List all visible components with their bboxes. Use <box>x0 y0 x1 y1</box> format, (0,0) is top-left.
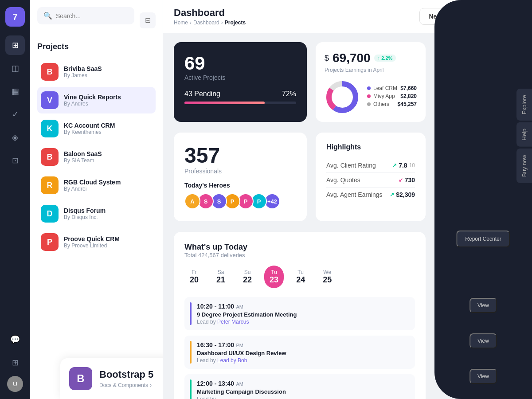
progress-info: 43 Pending 72% <box>184 90 296 98</box>
progress-bar <box>184 102 296 104</box>
donut-row: Leaf CRM $7,660 Mivy App $2,820 Others $… <box>325 79 417 115</box>
event-bar-0 <box>190 302 192 325</box>
project-info-briviba: Briviba SaaS By James <box>64 65 102 78</box>
search-icon: 🔍 <box>43 12 52 20</box>
sidebar-item-tasks[interactable]: ✓ <box>5 105 25 124</box>
active-projects-label: Active Projects <box>184 74 296 81</box>
row-3: What's up Today Total 424,567 deliveries… <box>174 232 426 399</box>
help-tab[interactable]: Help <box>516 122 532 147</box>
schedule-section: What's up Today Total 424,567 deliveries… <box>174 232 426 399</box>
highlight-row-rating: Avg. Client Rating ↗ 7.8 10 <box>326 158 415 173</box>
sidebar-item-charts[interactable]: ▦ <box>5 82 25 101</box>
project-item-baloon[interactable]: B Baloon SaaS By SIA Team <box>37 144 156 170</box>
earnings-amount: 69,700 <box>332 51 371 65</box>
earnings-legend: Leaf CRM $7,660 Mivy App $2,820 Others $… <box>367 85 417 109</box>
project-item-vine[interactable]: V Vine Quick Reports By Andres <box>37 87 156 113</box>
event-lead-link-0[interactable]: Peter Marcus <box>217 319 249 325</box>
earnings-card: $ 69,700 ↑ 2.2% Projects Earnings in Apr… <box>316 42 426 122</box>
professionals-label: Professionals <box>184 168 296 175</box>
report-center-button[interactable]: Report Cecnter <box>456 231 510 247</box>
heroes-label: Today's Heroes <box>184 182 296 189</box>
view-button-1[interactable]: View <box>469 298 497 313</box>
project-item-kc[interactable]: K KC Account CRM By Keenthemes <box>37 115 156 142</box>
active-projects-count: 69 <box>184 53 296 74</box>
legend-dot-others <box>367 102 371 106</box>
sidebar-item-briefcase[interactable]: ⊡ <box>5 151 25 170</box>
page-title: Dashboard <box>174 7 246 19</box>
project-item-proove[interactable]: P Proove Quick CRM By Proove Limited <box>37 229 156 255</box>
project-info-baloon: Baloon SaaS By SIA Team <box>64 150 102 164</box>
calendar-day-22[interactable]: Su 22 <box>238 266 257 288</box>
legend-dot-leaf <box>367 86 371 90</box>
professionals-card: 357 Professionals Today's Heroes ASSPPP+… <box>174 133 307 221</box>
legend-item-others: Others $45,257 <box>367 101 417 107</box>
event-item-0: 10:20 - 11:00 AM 9 Degree Project Estima… <box>184 297 415 330</box>
calendar-day-25[interactable]: We 25 <box>317 266 337 288</box>
explore-tab[interactable]: Explore <box>516 89 532 121</box>
calendar-day-20[interactable]: Fr 20 <box>184 266 204 288</box>
event-content-1: 16:30 - 17:00 PM Dashboard UI/UX Design … <box>197 341 286 364</box>
earnings-header: $ 69,700 ↑ 2.2% <box>325 51 417 65</box>
sidebar-item-stack[interactable]: ◈ <box>5 128 25 147</box>
view-button-3[interactable]: View <box>469 369 497 384</box>
breadcrumb: Home › Dashboard › Projects <box>174 20 246 26</box>
search-bar[interactable]: 🔍 <box>37 7 134 24</box>
bootstrap-card: B Bootstrap 5 Docs & Components › <box>60 358 163 399</box>
event-lead-link-1[interactable]: Lead by Bob <box>217 357 247 364</box>
sidebar-item-grid2[interactable]: ⊞ <box>5 353 25 372</box>
filter-button[interactable]: ⊟ <box>140 12 156 28</box>
hero-avatar-0: A <box>184 193 200 209</box>
header-left: Dashboard Home › Dashboard › Projects <box>174 7 246 26</box>
project-logo-proove: P <box>41 233 59 251</box>
bootstrap-docs-link[interactable]: Docs & Components › <box>99 382 153 388</box>
project-item-rgb[interactable]: R RGB Cloud System By Andrei <box>37 172 156 199</box>
buy-now-tab[interactable]: Buy now <box>516 149 532 183</box>
calendar-day-21[interactable]: Sa 21 <box>211 266 231 288</box>
project-info-rgb: RGB Cloud System By Andrei <box>64 179 121 192</box>
event-item-2: 12:00 - 13:40 AM Marketing Campaign Disc… <box>184 374 415 399</box>
sidebar-item-chat[interactable]: 💬 <box>5 330 25 349</box>
schedule-subtitle: Total 424,567 deliveries <box>184 252 415 258</box>
sidebar: 7 ⊞ ◫ ▦ ✓ ◈ ⊡ 💬 ⊞ U <box>0 0 30 399</box>
active-projects-card: 69 Active Projects 43 Pending 72% <box>174 42 307 122</box>
event-bar-2 <box>190 379 192 399</box>
project-item-briviba[interactable]: B Briviba SaaS By James <box>37 59 156 85</box>
project-item-disqus[interactable]: D Disqus Forum By Disqus Inc. <box>37 200 156 227</box>
calendar-days: Fr 20 Sa 21 Su 22 Tu 23 Tu 24 We 25 <box>184 266 415 288</box>
user-avatar[interactable]: U <box>7 376 23 392</box>
progress-percent: 72% <box>282 90 296 98</box>
earnings-badge: ↑ 2.2% <box>374 55 396 62</box>
earnings-dollar: $ <box>325 54 329 63</box>
progress-fill <box>184 102 265 104</box>
calendar-day-24[interactable]: Tu 24 <box>291 266 310 288</box>
highlight-row-earnings: Avg. Agent Earnings ↗ $2,309 <box>326 188 415 202</box>
earnings-description: Projects Earnings in April <box>325 67 417 73</box>
project-logo-vine: V <box>41 91 59 109</box>
project-logo-kc: K <box>41 120 59 137</box>
projects-title: Projects <box>37 42 156 51</box>
bootstrap-logo: B <box>69 367 92 390</box>
highlight-row-quotes: Avg. Quotes ↙ 730 <box>326 173 415 188</box>
event-content-0: 10:20 - 11:00 AM 9 Degree Project Estima… <box>197 302 297 325</box>
pending-count: 43 Pending <box>184 90 220 98</box>
bootstrap-name: Bootstrap 5 <box>99 369 153 380</box>
schedule-title: What's up Today <box>184 243 415 252</box>
donut-chart <box>325 79 360 115</box>
avatars-row: ASSPPP+42 <box>184 193 296 209</box>
legend-item-mivy: Mivy App $2,820 <box>367 93 417 99</box>
app-version-badge[interactable]: 7 <box>5 7 25 27</box>
search-input[interactable] <box>56 12 128 20</box>
dark-overlay: Explore Help Buy now Report Cecnter View… <box>434 0 532 399</box>
project-logo-rgb: R <box>41 176 59 194</box>
sidebar-item-dashboard[interactable]: ⊞ <box>5 35 25 55</box>
highlights-title: Highlights <box>326 143 415 151</box>
legend-item-leaf: Leaf CRM $7,660 <box>367 85 417 91</box>
project-logo-baloon: B <box>41 148 59 166</box>
projects-list: B Briviba SaaS By James V Vine Quick Rep… <box>37 59 156 255</box>
view-button-2[interactable]: View <box>469 333 497 348</box>
sidebar-item-layers[interactable]: ◫ <box>5 59 25 78</box>
main-content: Dashboard Home › Dashboard › Projects Ne… <box>163 0 532 399</box>
schedule-events: 10:20 - 11:00 AM 9 Degree Project Estima… <box>184 297 415 399</box>
rating-trend-icon: ↗ <box>392 162 397 168</box>
calendar-day-23[interactable]: Tu 23 <box>264 266 284 288</box>
